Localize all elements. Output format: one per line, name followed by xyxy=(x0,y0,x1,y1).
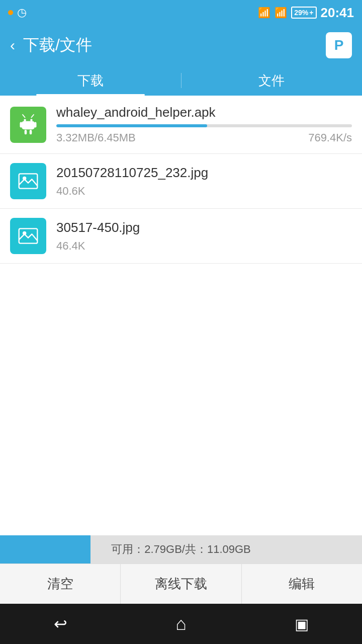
status-right: 📶 📶 29% + 20:41 xyxy=(258,5,354,21)
nav-recent-button[interactable]: ▣ xyxy=(241,615,362,633)
svg-rect-3 xyxy=(20,122,23,127)
nav-home-icon: ⌂ xyxy=(175,613,187,634)
nav-back-button[interactable]: ↩ xyxy=(0,614,121,633)
battery-plus: + xyxy=(309,9,313,17)
offline-download-button[interactable]: 离线下载 xyxy=(120,564,241,604)
image-svg-2 xyxy=(17,225,39,247)
img1-file-info: 20150728110725_232.jpg 40.6K xyxy=(56,165,352,198)
p-cloud-icon: P xyxy=(334,37,344,53)
signal-icon: 📶 xyxy=(275,7,287,19)
svg-rect-2 xyxy=(22,121,35,129)
file-item-img2[interactable]: 30517-450.jpg 46.4K xyxy=(0,209,362,264)
p-cloud-button[interactable]: P xyxy=(326,32,352,58)
svg-line-7 xyxy=(23,114,25,117)
clear-label: 清空 xyxy=(47,575,73,593)
img1-file-meta: 40.6K xyxy=(56,185,352,198)
tab-bar: 下载 文件 xyxy=(0,65,362,96)
bottom-actions: 清空 离线下载 编辑 xyxy=(0,564,362,604)
svg-point-0 xyxy=(24,119,26,121)
img2-file-info: 30517-450.jpg 46.4K xyxy=(56,220,352,253)
android-robot-svg xyxy=(17,114,39,136)
apk-file-name: whaley_android_helper.apk xyxy=(56,105,352,120)
nav-recent-icon: ▣ xyxy=(295,615,309,633)
apk-file-icon xyxy=(10,107,46,143)
edit-label: 编辑 xyxy=(289,575,315,593)
img2-file-icon xyxy=(10,218,46,254)
svg-point-1 xyxy=(30,119,33,121)
toolbar-left: ‹ 下载/文件 xyxy=(10,34,92,56)
svg-line-8 xyxy=(31,114,34,117)
image-svg-1 xyxy=(17,170,39,192)
tab-download-label: 下载 xyxy=(77,72,104,90)
file-item-apk[interactable]: whaley_android_helper.apk 3.32MB/6.45MB … xyxy=(0,96,362,154)
img1-file-size: 40.6K xyxy=(56,185,85,198)
tab-download[interactable]: 下载 xyxy=(0,65,181,96)
svg-rect-9 xyxy=(19,174,38,188)
img1-file-name: 20150728110725_232.jpg xyxy=(56,165,352,181)
apk-progress-fill xyxy=(56,124,207,127)
img2-file-name: 30517-450.jpg xyxy=(56,220,352,235)
file-item-img1[interactable]: 20150728110725_232.jpg 40.6K xyxy=(0,154,362,209)
apk-file-meta: 3.32MB/6.45MB 769.4K/s xyxy=(56,131,352,144)
page-title: 下载/文件 xyxy=(23,34,92,56)
nav-home-button[interactable]: ⌂ xyxy=(121,613,241,634)
battery-percent: 29% xyxy=(294,9,308,17)
battery-indicator: 29% + xyxy=(291,7,316,19)
toolbar: ‹ 下载/文件 P xyxy=(0,25,362,65)
tab-files-label: 文件 xyxy=(258,72,285,90)
edit-button[interactable]: 编辑 xyxy=(241,564,362,604)
clock-icon: ◷ xyxy=(17,6,27,19)
storage-bar-fill xyxy=(0,535,90,564)
file-list: whaley_android_helper.apk 3.32MB/6.45MB … xyxy=(0,96,362,399)
back-button[interactable]: ‹ xyxy=(10,37,15,54)
storage-bar: 可用：2.79GB/共：11.09GB xyxy=(0,535,362,564)
img2-file-size: 46.4K xyxy=(56,239,85,253)
offline-label: 离线下载 xyxy=(155,575,207,593)
svg-rect-6 xyxy=(30,130,32,134)
svg-rect-4 xyxy=(34,122,37,127)
tab-files[interactable]: 文件 xyxy=(182,65,363,96)
notification-dot xyxy=(8,10,13,15)
apk-file-info: whaley_android_helper.apk 3.32MB/6.45MB … xyxy=(56,105,352,144)
apk-file-size: 3.32MB/6.45MB xyxy=(56,131,136,144)
content-spacer xyxy=(0,399,362,535)
apk-file-speed: 769.4K/s xyxy=(308,131,352,144)
storage-text: 可用：2.79GB/共：11.09GB xyxy=(111,542,251,557)
status-left: ◷ xyxy=(8,6,27,19)
clear-button[interactable]: 清空 xyxy=(0,564,120,604)
status-bar: ◷ 📶 📶 29% + 20:41 xyxy=(0,0,362,25)
nav-back-icon: ↩ xyxy=(54,614,67,633)
apk-progress-bar xyxy=(56,124,352,127)
img2-file-meta: 46.4K xyxy=(56,239,352,253)
time-display: 20:41 xyxy=(321,5,354,21)
img1-file-icon xyxy=(10,163,46,199)
svg-rect-5 xyxy=(25,130,27,134)
svg-rect-11 xyxy=(19,228,38,243)
bottom-nav: ↩ ⌂ ▣ xyxy=(0,604,362,644)
wifi-icon: 📶 xyxy=(258,7,270,19)
